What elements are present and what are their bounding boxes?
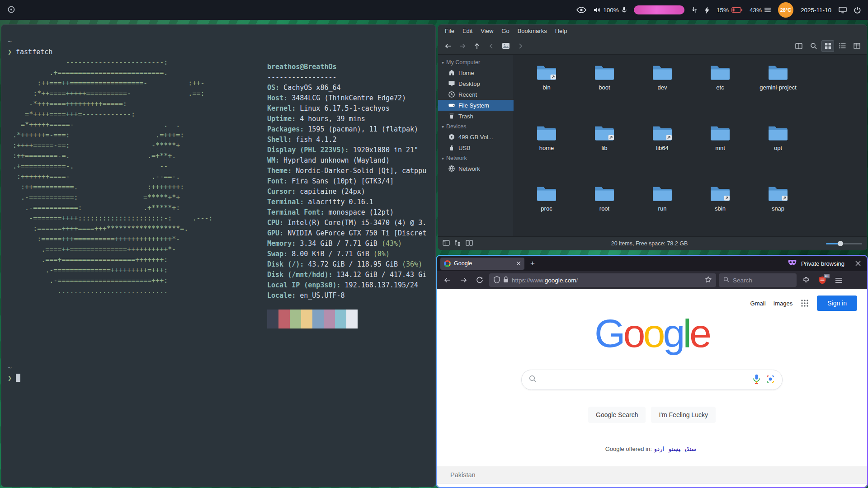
dual-pane-icon[interactable] [466,240,473,247]
list-view-button[interactable] [836,40,849,52]
menu-file[interactable]: File [441,25,458,38]
fetch-title: breathos@BreathOs [267,62,426,72]
tab-google[interactable]: Google [440,258,524,270]
new-tab-button[interactable]: + [527,258,538,269]
back-button[interactable] [442,40,454,52]
memory-indicator[interactable]: 43% [750,7,771,14]
search-button[interactable] [807,40,820,52]
file-manager-window: FileEditViewGoBookmarksHelp ▾My Computer… [438,24,867,250]
offered-in-label: Google offered in: [605,446,652,452]
logo-letter: e [689,311,709,356]
google-search-box[interactable] [521,370,783,390]
sidebar-item-file-system[interactable]: File System [438,100,514,111]
sidebar-item-home[interactable]: Home [438,67,514,78]
network-ssid-pill-redacted[interactable] [634,5,684,14]
sidebar-section-devices[interactable]: ▾Devices [438,122,514,131]
split-view-button[interactable] [793,40,805,52]
menu-help[interactable]: Help [551,25,571,38]
folder-dev[interactable]: dev [633,56,691,117]
folder-opt[interactable]: opt [749,117,807,178]
folder-root[interactable]: root [576,178,633,238]
terminal-window[interactable]: ~ ❯fastfetch ------------------------: .… [1,24,436,487]
sign-in-button[interactable]: Sign in [817,296,857,311]
zoom-slider-knob[interactable] [838,241,843,246]
dir-tree-icon[interactable] [454,240,461,247]
up-button[interactable] [471,40,483,52]
google-homepage: Gmail Images Sign in Google Google Searc… [437,289,867,487]
temperature-badge[interactable]: 28°C [778,2,793,18]
images-link[interactable]: Images [774,300,793,307]
menu-view[interactable]: View [476,25,497,38]
clock-date[interactable]: 2025-11-10 [801,7,831,14]
detail-view-button[interactable] [850,40,863,52]
sidebar-item-usb[interactable]: USB [438,142,514,153]
zoom-slider[interactable] [826,240,862,247]
folder-gemini-project[interactable]: gemini-project [749,56,807,117]
window-close-button[interactable] [853,258,863,269]
language-link-اردو[interactable]: اردو [654,446,664,452]
side-pane-toggle-icon[interactable] [443,240,450,247]
url-bar[interactable]: https://www.google.com/ [489,273,716,287]
sidebar-item-desktop[interactable]: Desktop [438,78,514,89]
menu-go[interactable]: Go [497,25,513,38]
google-buttons: Google Search I'm Feeling Lucky [437,407,867,423]
menu-edit[interactable]: Edit [458,25,476,38]
folder-home[interactable]: home [518,117,576,178]
folder-boot[interactable]: boot [576,56,633,117]
folder-snap[interactable]: snap [749,178,807,238]
language-link-پښتو[interactable]: پښتو [669,446,680,452]
icon-view-button[interactable] [821,40,834,52]
screen-share-icon[interactable] [839,7,847,14]
tab-close-icon[interactable] [516,261,521,266]
reload-button[interactable] [473,273,486,287]
path-scroll-right-icon[interactable] [514,40,527,52]
ublock-icon[interactable]: 18 [816,273,829,287]
battery-indicator[interactable]: 15% [717,7,742,14]
folder-proc[interactable]: proc [518,178,576,238]
back-button[interactable] [440,273,454,287]
tracking-shield-icon[interactable] [494,276,500,285]
sidebar-item-499-gb-vol[interactable]: 499 GB Vol... [438,131,514,142]
search-magnifier-icon [529,375,537,385]
gmail-link[interactable]: Gmail [750,300,766,307]
volume-indicator[interactable]: 100% [594,7,627,14]
sidebar-item-trash[interactable]: Trash [438,111,514,122]
location-icon[interactable] [500,40,512,52]
fetch-line-gpu: GPU: NVIDIA GeForce GTX 750 Ti [Discrete… [267,228,426,239]
google-lens-icon[interactable] [766,375,775,385]
folder-etc[interactable]: etc [691,56,749,117]
folder-lib[interactable]: lib [576,117,633,178]
forward-button[interactable] [457,273,470,287]
eye-indicator-icon[interactable] [576,7,586,13]
menu-hamburger-icon[interactable] [832,273,845,287]
fetch-line-wm: WM: Hyprland unknown (Wayland) [267,155,426,166]
language-link-سنڌي[interactable]: سنڌي [685,446,696,452]
search-bar[interactable]: Search [719,273,797,287]
bookmark-star-icon[interactable] [705,276,712,284]
power-icon[interactable] [854,7,861,14]
folder-sbin[interactable]: sbin [691,178,749,238]
path-scroll-left-icon[interactable] [485,40,498,52]
memory-percent: 43% [750,7,762,14]
voice-search-mic-icon[interactable] [753,374,760,386]
folder-lib64[interactable]: lib64 [633,117,691,178]
palette-swatch [335,310,346,319]
menu-bookmarks[interactable]: Bookmarks [514,25,551,38]
feeling-lucky-button[interactable]: I'm Feeling Lucky [651,407,716,423]
folder-mnt[interactable]: mnt [691,117,749,178]
launcher-icon[interactable] [7,5,15,14]
folder-run[interactable]: run [633,178,691,238]
sidebar-item-network[interactable]: Network [438,163,514,174]
logo-letter: G [594,311,623,356]
power-profile-bolt-icon[interactable] [705,7,709,14]
fetch-line-font: Font: Fira Sans (10pt) [GTK3/4] [267,176,426,187]
folder-bin[interactable]: bin [518,56,576,117]
google-search-button[interactable]: Google Search [588,407,646,423]
prompt-line[interactable]: ❯ [8,373,20,384]
sidebar-section-my-computer[interactable]: ▾My Computer [438,57,514,67]
google-apps-grid-icon[interactable] [800,299,809,308]
forward-button[interactable] [456,40,469,52]
sidebar-section-network[interactable]: ▾Network [438,153,514,163]
extensions-puzzle-icon[interactable] [799,273,813,287]
sidebar-item-recent[interactable]: Recent [438,89,514,100]
